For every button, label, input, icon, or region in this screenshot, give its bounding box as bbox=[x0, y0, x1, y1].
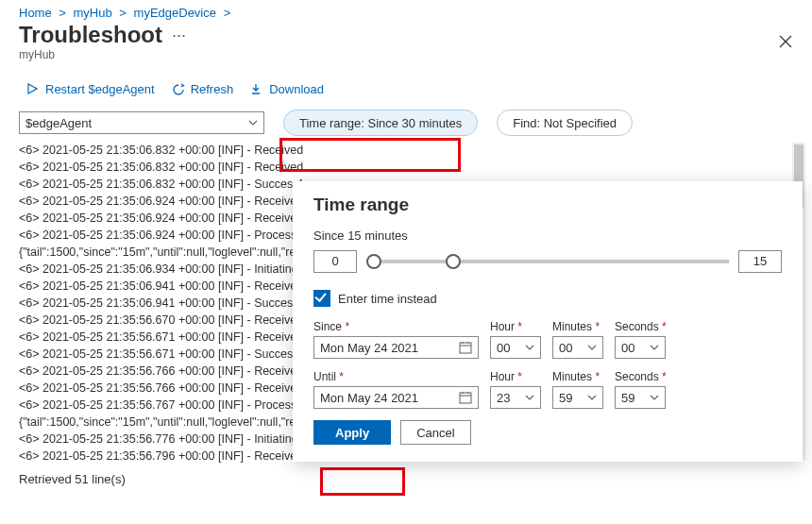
breadcrumb-device[interactable]: myEdgeDevice bbox=[134, 6, 216, 20]
calendar-icon bbox=[459, 341, 472, 354]
more-icon[interactable]: ··· bbox=[172, 25, 186, 45]
timerange-pill[interactable]: Time range: Since 30 minutes bbox=[283, 110, 478, 136]
close-icon[interactable] bbox=[778, 34, 793, 49]
slider-label: Since 15 minutes bbox=[313, 228, 782, 243]
until-hour-label: Hour * bbox=[490, 370, 541, 383]
since-label: Since * bbox=[313, 320, 479, 333]
chevron-down-icon bbox=[248, 120, 258, 126]
panel-title: Time range bbox=[313, 194, 782, 215]
chevron-down-icon bbox=[525, 395, 534, 400]
since-hour-select[interactable]: 00 bbox=[490, 336, 541, 359]
module-value: $edgeAgent bbox=[25, 116, 92, 130]
calendar-icon bbox=[459, 391, 472, 404]
status-text: Retrieved 51 line(s) bbox=[0, 463, 812, 486]
slider-min: 0 bbox=[313, 250, 357, 273]
enter-time-label: Enter time instead bbox=[338, 292, 437, 306]
apply-button[interactable]: Apply bbox=[313, 420, 391, 445]
restart-button[interactable]: Restart $edgeAgent bbox=[26, 82, 155, 96]
timerange-panel: Time range Since 15 minutes 0 15 Enter t… bbox=[293, 181, 803, 462]
until-date-input[interactable]: Mon May 24 2021 bbox=[313, 386, 479, 409]
refresh-button[interactable]: Refresh bbox=[172, 82, 234, 96]
restart-label: Restart $edgeAgent bbox=[45, 82, 155, 96]
slider-max: 15 bbox=[738, 250, 782, 273]
since-seconds-select[interactable]: 00 bbox=[615, 336, 666, 359]
download-icon bbox=[250, 83, 263, 96]
svg-rect-0 bbox=[460, 343, 471, 353]
play-icon bbox=[26, 83, 40, 96]
cancel-button[interactable]: Cancel bbox=[400, 420, 470, 445]
download-button[interactable]: Download bbox=[250, 82, 324, 96]
since-minutes-select[interactable]: 00 bbox=[552, 336, 603, 359]
chevron-down-icon bbox=[650, 395, 659, 400]
until-minutes-select[interactable]: 59 bbox=[552, 386, 603, 409]
breadcrumb-home[interactable]: Home bbox=[19, 6, 52, 20]
toolbar: Restart $edgeAgent Refresh Download bbox=[0, 69, 812, 106]
slider-knob-end[interactable] bbox=[446, 254, 461, 269]
page-subtitle: myHub bbox=[0, 48, 812, 69]
find-pill[interactable]: Find: Not Specified bbox=[497, 110, 633, 136]
breadcrumb-sep: > bbox=[59, 6, 66, 20]
until-label: Until * bbox=[313, 370, 479, 383]
enter-time-checkbox[interactable] bbox=[313, 290, 330, 307]
breadcrumb-sep: > bbox=[224, 6, 231, 20]
download-label: Download bbox=[269, 82, 324, 96]
until-hour-select[interactable]: 23 bbox=[490, 386, 541, 409]
breadcrumb-hub[interactable]: myHub bbox=[74, 6, 112, 20]
chevron-down-icon bbox=[650, 345, 659, 350]
since-minutes-label: Minutes * bbox=[552, 320, 603, 333]
chevron-down-icon bbox=[525, 345, 534, 350]
until-seconds-select[interactable]: 59 bbox=[615, 386, 666, 409]
svg-rect-1 bbox=[460, 393, 471, 403]
page-title: Troubleshoot bbox=[19, 22, 162, 48]
since-date-input[interactable]: Mon May 24 2021 bbox=[313, 336, 479, 359]
refresh-icon bbox=[172, 83, 185, 96]
until-seconds-label: Seconds * bbox=[615, 370, 667, 383]
breadcrumb: Home > myHub > myEdgeDevice > bbox=[0, 0, 812, 22]
until-minutes-label: Minutes * bbox=[552, 370, 603, 383]
since-hour-label: Hour * bbox=[490, 320, 541, 333]
slider-knob-start[interactable] bbox=[366, 254, 381, 269]
slider-track[interactable] bbox=[366, 260, 729, 263]
log-line: <6> 2021-05-25 21:35:06.832 +00:00 [INF]… bbox=[19, 142, 793, 159]
chevron-down-icon bbox=[587, 395, 597, 400]
chevron-down-icon bbox=[587, 345, 597, 350]
refresh-label: Refresh bbox=[191, 82, 234, 96]
breadcrumb-sep: > bbox=[119, 6, 127, 20]
module-select[interactable]: $edgeAgent bbox=[19, 111, 264, 134]
since-seconds-label: Seconds * bbox=[615, 320, 667, 333]
log-line: <6> 2021-05-25 21:35:06.832 +00:00 [INF]… bbox=[19, 159, 793, 176]
